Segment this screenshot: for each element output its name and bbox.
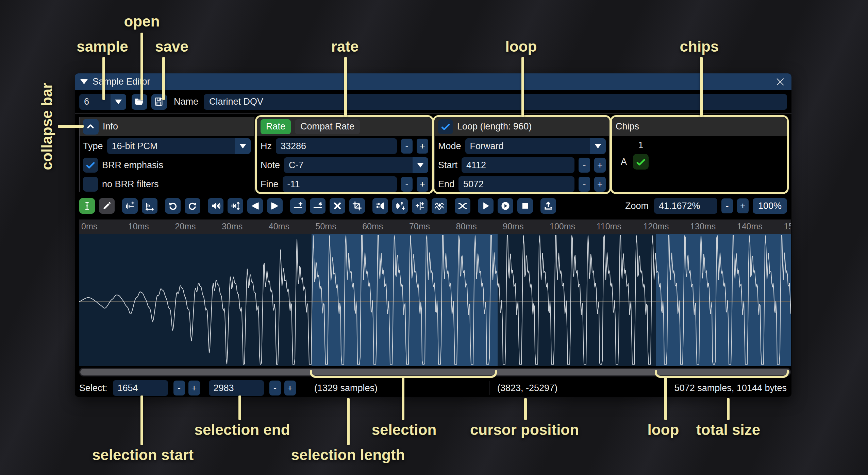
loop-end-input[interactable]: 5072 bbox=[458, 176, 574, 192]
info-title: Info bbox=[103, 121, 118, 132]
chevron-down-icon[interactable] bbox=[235, 138, 251, 154]
loop-end-increment-button[interactable]: + bbox=[594, 177, 606, 192]
time-ruler[interactable]: 0ms10ms20ms30ms40ms50ms60ms70ms80ms90ms1… bbox=[79, 219, 791, 234]
resize-button[interactable] bbox=[122, 198, 138, 214]
window-titlebar[interactable]: Sample Editor bbox=[75, 73, 791, 90]
stop-icon bbox=[520, 201, 530, 211]
draw-button[interactable] bbox=[99, 198, 115, 214]
loop-start-increment-button[interactable]: + bbox=[594, 158, 606, 173]
sample-type-value: 16-bit PCM bbox=[107, 138, 235, 154]
select-label: Select: bbox=[79, 383, 107, 393]
callout-line-sample bbox=[102, 57, 105, 100]
delete-button[interactable] bbox=[330, 198, 345, 214]
loop-start-decrement-button[interactable]: - bbox=[579, 158, 590, 173]
resample-button[interactable] bbox=[142, 198, 157, 214]
loop-start-input[interactable]: 4112 bbox=[462, 157, 574, 173]
fine-increment-button[interactable]: + bbox=[417, 177, 428, 192]
sign-convert-button[interactable] bbox=[412, 198, 428, 214]
loop-end-decrement-button[interactable]: - bbox=[579, 177, 590, 192]
annotation-loop-top: loop bbox=[505, 38, 537, 55]
hz-decrement-button[interactable]: - bbox=[401, 139, 413, 154]
chips-title: Chips bbox=[616, 121, 639, 132]
zoom-in-button[interactable]: + bbox=[737, 198, 749, 213]
sample-name-input[interactable] bbox=[204, 94, 787, 110]
callout-line-rate bbox=[344, 57, 347, 117]
loop-enable-checkbox[interactable] bbox=[438, 119, 453, 134]
callout-line-chips bbox=[700, 57, 703, 117]
preview-icon bbox=[481, 201, 491, 211]
no-brr-filters-checkbox[interactable] bbox=[83, 177, 98, 192]
sample-editor-window: Sample Editor 6 Name bbox=[75, 73, 791, 397]
annotation-loop-bottom: loop bbox=[648, 421, 679, 438]
name-label: Name bbox=[174, 96, 198, 107]
fade-out-button[interactable] bbox=[267, 198, 283, 214]
preview-selection-icon bbox=[500, 201, 511, 211]
delete-icon bbox=[332, 201, 343, 211]
reverse-button[interactable] bbox=[372, 198, 388, 214]
open-sample-button[interactable] bbox=[132, 94, 147, 110]
preview-button[interactable] bbox=[478, 198, 494, 214]
loop-mode-dropdown[interactable]: Forward bbox=[465, 138, 606, 154]
fade-in-button[interactable] bbox=[247, 198, 263, 214]
zoom-reset-button[interactable]: 100% bbox=[753, 198, 787, 214]
selection-end-decrement-button[interactable]: - bbox=[269, 381, 281, 395]
window-collapse-triangle-icon[interactable] bbox=[80, 79, 88, 84]
normalize-button[interactable] bbox=[228, 198, 243, 214]
edit-select-button[interactable] bbox=[79, 198, 95, 214]
chip-enable-checkbox[interactable] bbox=[633, 154, 649, 170]
filter-button[interactable] bbox=[432, 198, 447, 214]
callout-line-selection bbox=[402, 377, 404, 420]
selection-end-input[interactable]: 2983 bbox=[209, 380, 264, 396]
stop-button[interactable] bbox=[517, 198, 533, 214]
selection-end-increment-button[interactable]: + bbox=[284, 381, 296, 395]
fine-decrement-button[interactable]: - bbox=[401, 177, 413, 192]
tab-rate[interactable]: Rate bbox=[261, 119, 291, 134]
fine-input[interactable]: -11 bbox=[283, 176, 397, 192]
crossfade-icon bbox=[457, 201, 468, 211]
selection-start-decrement-button[interactable]: - bbox=[173, 381, 185, 395]
rate-section: Rate Compat Rate Hz 33286 - + Note C-7 bbox=[257, 117, 432, 192]
trim-button[interactable] bbox=[349, 198, 365, 214]
chevron-up-icon bbox=[85, 121, 96, 132]
apply-silence-button[interactable] bbox=[310, 198, 326, 214]
waveform-display[interactable] bbox=[79, 234, 791, 366]
check-icon bbox=[85, 160, 96, 171]
selection-start-increment-button[interactable]: + bbox=[188, 381, 200, 395]
tab-compat-rate[interactable]: Compat Rate bbox=[295, 119, 360, 134]
preview-selection-button[interactable] bbox=[498, 198, 513, 214]
check-icon bbox=[635, 156, 646, 167]
zoom-out-button[interactable]: - bbox=[721, 198, 733, 213]
chevron-down-icon[interactable] bbox=[413, 157, 428, 173]
close-icon[interactable] bbox=[774, 76, 786, 88]
insert-silence-button[interactable] bbox=[290, 198, 306, 214]
annotation-selection-start: selection start bbox=[92, 446, 194, 463]
import-button[interactable] bbox=[540, 198, 556, 214]
hz-input[interactable]: 33286 bbox=[276, 138, 397, 154]
hz-increment-button[interactable]: + bbox=[417, 139, 428, 154]
chevron-down-icon[interactable] bbox=[590, 138, 606, 154]
selection-start-input[interactable]: 1654 bbox=[113, 380, 168, 396]
zoom-cluster: Zoom 41.1672% - + 100% bbox=[625, 198, 787, 214]
sample-header-row: 6 Name bbox=[75, 90, 791, 114]
amplify-button[interactable] bbox=[208, 198, 223, 214]
loop-section: Loop (length: 960) Mode Forward Start 41… bbox=[434, 117, 610, 192]
chevron-down-icon[interactable] bbox=[111, 94, 126, 110]
ruler-tick-label: 50ms bbox=[316, 222, 336, 231]
ruler-tick-label: 40ms bbox=[269, 222, 289, 231]
zoom-value-input[interactable]: 41.1672% bbox=[654, 198, 717, 214]
rate-header: Rate Compat Rate bbox=[257, 117, 432, 136]
annotation-collapse-bar: collapse bar bbox=[38, 83, 55, 170]
ruler-tick-label: 110ms bbox=[597, 222, 621, 231]
collapse-bar-button[interactable] bbox=[83, 119, 99, 135]
invert-button[interactable] bbox=[392, 198, 408, 214]
sign-convert-icon bbox=[415, 201, 425, 211]
ruler-tick-label: 100ms bbox=[550, 222, 575, 231]
note-dropdown[interactable]: C-7 bbox=[284, 157, 428, 173]
sample-type-dropdown[interactable]: 16-bit PCM bbox=[107, 138, 251, 154]
brr-emphasis-checkbox[interactable] bbox=[83, 158, 98, 173]
redo-button[interactable] bbox=[185, 198, 200, 214]
note-label: Note bbox=[261, 160, 280, 171]
crossfade-button[interactable] bbox=[455, 198, 470, 214]
undo-button[interactable] bbox=[165, 198, 181, 214]
annotation-chips: chips bbox=[680, 38, 719, 55]
